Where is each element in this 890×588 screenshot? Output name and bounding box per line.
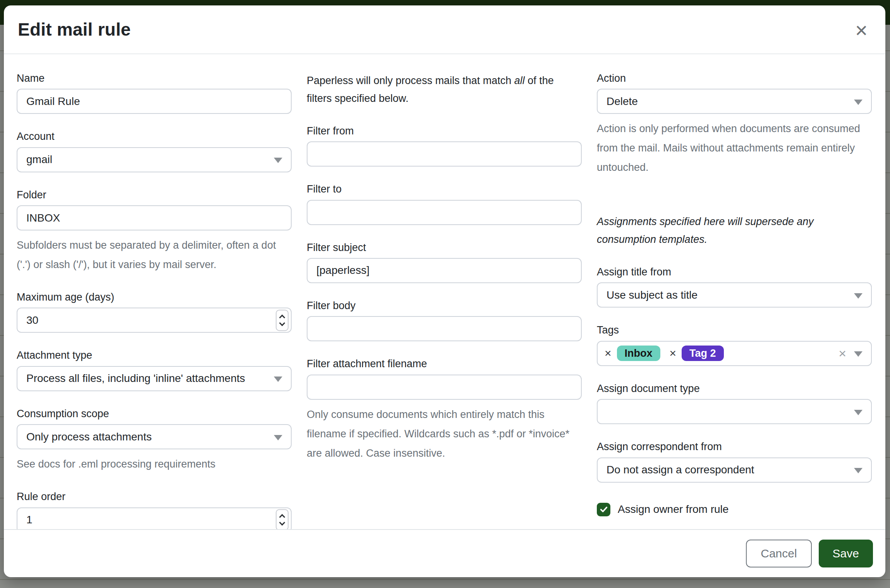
- assign-title-from-group: Assign title from Use subject as title: [597, 266, 872, 308]
- action-label: Action: [597, 72, 872, 84]
- filter-from-group: Filter from: [307, 125, 582, 167]
- dialog-header: Edit mail rule ✕: [4, 5, 885, 54]
- tags-select[interactable]: × Inbox × Tag 2: [597, 341, 872, 366]
- assign-correspondent-from-selected-value: Do not assign a correspondent: [607, 464, 754, 476]
- filter-attachment-filename-group: Filter attachment filename Only consume …: [307, 358, 582, 463]
- max-age-group: Maximum age (days): [17, 291, 292, 333]
- dialog-body: Name Account gmail Folder: [4, 54, 885, 529]
- assign-title-from-label: Assign title from: [597, 266, 872, 278]
- attachment-type-selected-value: Process all files, including 'inline' at…: [26, 372, 245, 385]
- chevron-down-icon: [274, 377, 282, 382]
- column-general: Name Account gmail Folder: [17, 72, 292, 529]
- consumption-scope-group: Consumption scope Only process attachmen…: [17, 407, 292, 474]
- attachment-type-select[interactable]: Process all files, including 'inline' at…: [17, 366, 292, 391]
- filter-to-label: Filter to: [307, 183, 582, 195]
- chevron-down-icon: [274, 158, 282, 163]
- consumption-scope-selected-value: Only process attachments: [26, 431, 152, 443]
- filter-from-label: Filter from: [307, 125, 582, 137]
- remove-tag-icon[interactable]: ×: [605, 347, 612, 359]
- assign-owner-checkbox[interactable]: [597, 503, 610, 516]
- rule-order-stepper[interactable]: [276, 509, 289, 529]
- assign-correspondent-from-group: Assign correspondent from Do not assign …: [597, 440, 872, 482]
- filter-attachment-filename-hint: Only consume documents which entirely ma…: [307, 405, 582, 463]
- save-button[interactable]: Save: [819, 540, 873, 567]
- rule-order-label: Rule order: [17, 490, 292, 503]
- assign-title-from-select[interactable]: Use subject as title: [597, 282, 872, 308]
- attachment-type-label: Attachment type: [17, 349, 292, 361]
- name-input[interactable]: [17, 89, 292, 114]
- filter-attachment-filename-label: Filter attachment filename: [307, 358, 582, 370]
- max-age-label: Maximum age (days): [17, 291, 292, 303]
- chevron-down-icon: [854, 468, 863, 473]
- stepper-down-icon: [279, 519, 285, 526]
- column-actions: Action Delete Action is only performed w…: [597, 72, 872, 529]
- folder-group: Folder Subfolders must be separated by a…: [17, 189, 292, 275]
- cancel-button[interactable]: Cancel: [746, 540, 811, 567]
- attachment-type-group: Attachment type Process all files, inclu…: [17, 349, 292, 391]
- dialog-footer: Cancel Save: [4, 529, 885, 577]
- consumption-scope-label: Consumption scope: [17, 407, 292, 420]
- close-icon[interactable]: ✕: [853, 22, 870, 40]
- tags-label: Tags: [597, 324, 872, 336]
- tag-pill-tag2: Tag 2: [682, 346, 724, 361]
- assign-owner-row: Assign owner from rule: [597, 503, 872, 516]
- clear-tags-icon[interactable]: ×: [838, 347, 846, 360]
- dialog-title: Edit mail rule: [18, 19, 131, 40]
- assign-owner-label: Assign owner from rule: [618, 503, 728, 516]
- stepper-down-icon: [279, 320, 285, 326]
- remove-tag-icon[interactable]: ×: [670, 347, 677, 359]
- assign-document-type-select[interactable]: [597, 399, 872, 424]
- chevron-down-icon: [274, 435, 282, 440]
- filter-subject-label: Filter subject: [307, 241, 582, 254]
- account-select[interactable]: gmail: [17, 147, 292, 172]
- stepper-up-icon: [279, 514, 285, 520]
- filter-to-group: Filter to: [307, 183, 582, 225]
- assign-correspondent-from-label: Assign correspondent from: [597, 440, 872, 453]
- checkmark-icon: [600, 505, 608, 514]
- filter-subject-group: Filter subject: [307, 241, 582, 283]
- action-group: Action Delete Action is only performed w…: [597, 72, 872, 177]
- filters-intro-pre: Paperless will only process mails that m…: [307, 75, 514, 86]
- assign-correspondent-from-select[interactable]: Do not assign a correspondent: [597, 457, 872, 483]
- folder-hint: Subfolders must be separated by a delimi…: [17, 236, 292, 275]
- account-label: Account: [17, 130, 292, 143]
- chevron-down-icon: [854, 351, 863, 357]
- consumption-scope-hint: See docs for .eml processing requirement…: [17, 455, 292, 474]
- folder-input[interactable]: [17, 205, 292, 230]
- action-selected-value: Delete: [607, 95, 638, 108]
- filter-body-group: Filter body: [307, 299, 582, 341]
- max-age-input[interactable]: [17, 308, 292, 333]
- name-label: Name: [17, 72, 292, 84]
- edit-mail-rule-dialog: Edit mail rule ✕ Name Account gmail: [4, 5, 885, 577]
- filters-intro-text: Paperless will only process mails that m…: [307, 72, 578, 108]
- max-age-stepper[interactable]: [276, 309, 289, 331]
- column-filters: Paperless will only process mails that m…: [307, 72, 582, 529]
- assign-document-type-group: Assign document type: [597, 382, 872, 424]
- rule-order-group: Rule order: [17, 490, 292, 529]
- filter-body-label: Filter body: [307, 299, 582, 312]
- assignments-note: Assignments specified here will supersed…: [597, 213, 872, 249]
- action-hint: Action is only performed when documents …: [597, 119, 872, 177]
- filter-from-input[interactable]: [307, 141, 582, 167]
- assign-title-from-selected-value: Use subject as title: [607, 289, 698, 301]
- tag-pill-inbox: Inbox: [617, 346, 660, 361]
- folder-label: Folder: [17, 189, 292, 201]
- name-group: Name: [17, 72, 292, 114]
- filters-intro-emphasis: all: [514, 75, 525, 86]
- chevron-down-icon: [854, 293, 863, 299]
- account-group: Account gmail: [17, 130, 292, 172]
- filter-body-input[interactable]: [307, 316, 582, 341]
- stepper-up-icon: [279, 315, 285, 321]
- chevron-down-icon: [854, 410, 863, 415]
- filter-attachment-filename-input[interactable]: [307, 375, 582, 400]
- action-select[interactable]: Delete: [597, 89, 872, 114]
- chevron-down-icon: [854, 100, 863, 105]
- consumption-scope-select[interactable]: Only process attachments: [17, 424, 292, 449]
- rule-order-input[interactable]: [17, 507, 292, 529]
- account-selected-value: gmail: [26, 153, 52, 166]
- filter-subject-input[interactable]: [307, 258, 582, 283]
- filter-to-input[interactable]: [307, 200, 582, 225]
- tags-group: Tags × Inbox × Tag 2 ×: [597, 324, 872, 366]
- assign-document-type-label: Assign document type: [597, 382, 872, 395]
